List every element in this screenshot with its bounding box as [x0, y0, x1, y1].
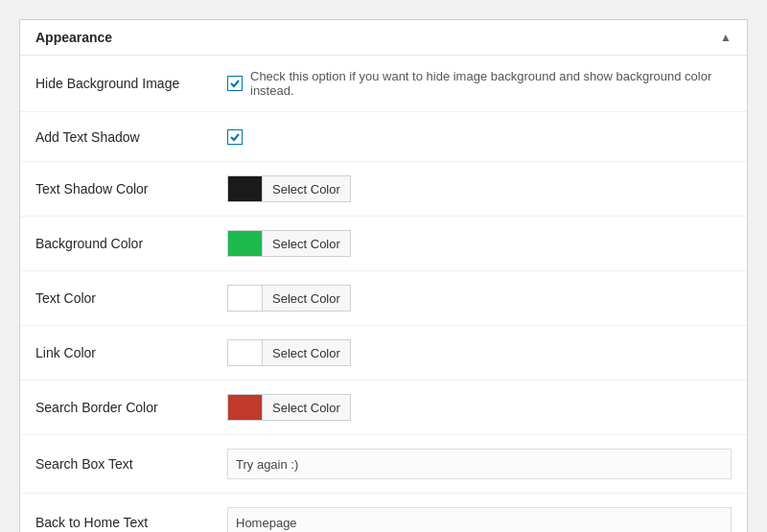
setting-row-back-to-home-text: Back to Home Text [20, 494, 747, 532]
color-picker-group-search-border-color: Select Color [227, 394, 351, 421]
checkbox-hide-background-image[interactable] [227, 76, 243, 91]
control-hide-background-image: Check this option if you want to hide im… [227, 69, 732, 98]
label-hide-background-image: Hide Background Image [35, 76, 227, 91]
select-color-button-link-color[interactable]: Select Color [262, 339, 351, 366]
setting-row-hide-background-image: Hide Background ImageCheck this option i… [20, 56, 747, 112]
select-color-button-search-border-color[interactable]: Select Color [262, 394, 351, 421]
label-search-border-color: Search Border Color [35, 400, 227, 415]
setting-row-search-box-text: Search Box Text [20, 435, 747, 494]
setting-row-text-color: Text ColorSelect Color [20, 271, 747, 326]
label-link-color: Link Color [35, 345, 227, 360]
color-swatch-text-shadow-color[interactable] [227, 175, 262, 202]
color-picker-group-text-color: Select Color [227, 285, 351, 312]
control-text-color: Select Color [227, 285, 732, 312]
color-swatch-background-color[interactable] [227, 230, 262, 257]
color-picker-group-text-shadow-color: Select Color [227, 175, 351, 202]
checkbox-add-text-shadow[interactable] [227, 129, 243, 145]
color-swatch-link-color[interactable] [227, 339, 262, 366]
label-text-shadow-color: Text Shadow Color [35, 181, 227, 197]
text-input-search-box-text[interactable] [227, 449, 732, 479]
control-search-border-color: Select Color [227, 394, 732, 421]
control-search-box-text [227, 449, 732, 479]
control-text-shadow-color: Select Color [227, 175, 732, 202]
select-color-button-background-color[interactable]: Select Color [262, 230, 351, 257]
control-link-color: Select Color [227, 339, 732, 366]
setting-row-text-shadow-color: Text Shadow ColorSelect Color [20, 162, 747, 217]
color-swatch-search-border-color[interactable] [227, 394, 262, 421]
panel-title: Appearance [35, 30, 112, 45]
setting-row-link-color: Link ColorSelect Color [20, 326, 747, 381]
label-text-color: Text Color [35, 290, 227, 306]
select-color-button-text-color[interactable]: Select Color [262, 285, 351, 312]
setting-row-search-border-color: Search Border ColorSelect Color [20, 381, 747, 435]
control-background-color: Select Color [227, 230, 732, 257]
color-picker-group-background-color: Select Color [227, 230, 351, 257]
appearance-panel: Appearance ▲ Hide Background ImageCheck … [19, 19, 748, 532]
select-color-button-text-shadow-color[interactable]: Select Color [262, 175, 351, 202]
control-back-to-home-text [227, 507, 732, 532]
color-swatch-text-color[interactable] [227, 285, 262, 312]
description-hide-background-image: Check this option if you want to hide im… [250, 69, 732, 98]
label-background-color: Background Color [35, 236, 227, 251]
panel-header: Appearance ▲ [20, 20, 747, 56]
color-picker-group-link-color: Select Color [227, 339, 351, 366]
setting-row-add-text-shadow: Add Text Shadow [20, 112, 747, 162]
label-add-text-shadow: Add Text Shadow [35, 129, 227, 145]
label-search-box-text: Search Box Text [35, 456, 227, 472]
panel-toggle-icon[interactable]: ▲ [720, 31, 732, 44]
label-back-to-home-text: Back to Home Text [35, 515, 227, 530]
control-add-text-shadow [227, 129, 732, 145]
panel-body: Hide Background ImageCheck this option i… [20, 56, 747, 532]
setting-row-background-color: Background ColorSelect Color [20, 217, 747, 271]
text-input-back-to-home-text[interactable] [227, 507, 732, 532]
